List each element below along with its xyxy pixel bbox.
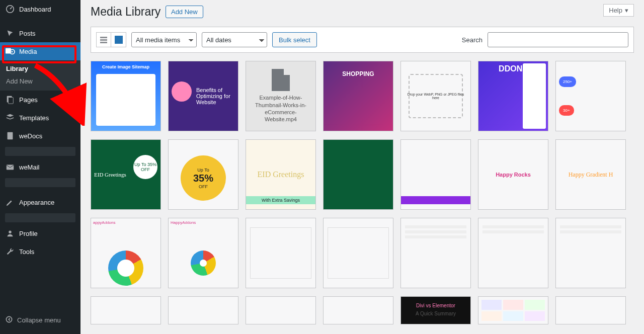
svg-rect-13: [119, 36, 122, 39]
sidebar-item-media[interactable]: Media: [0, 42, 80, 60]
media-item[interactable]: [555, 218, 626, 288]
sidebar-item-label: Profile: [19, 230, 38, 237]
media-icon: [5, 46, 15, 56]
page-title: Media Library: [91, 5, 160, 19]
svg-rect-15: [119, 40, 122, 43]
wrench-icon: [5, 246, 15, 257]
pin-icon: [5, 28, 15, 38]
svg-rect-12: [115, 36, 118, 39]
sidebar-item-tools[interactable]: Tools: [0, 242, 80, 261]
media-item[interactable]: Divi vs ElementorA Quick Summary: [400, 296, 471, 324]
media-toolbar: All media items All dates Bulk select Se…: [91, 27, 634, 53]
bulk-select-button[interactable]: Bulk select: [272, 32, 317, 47]
collapse-label: Collapse menu: [17, 316, 61, 324]
media-item[interactable]: Benefits of Optimizing for Website: [168, 61, 238, 131]
sidebar-item-label: Appearance: [19, 199, 54, 206]
sidebar-item-dashboard[interactable]: Dashboard: [0, 0, 80, 18]
doc-icon: [5, 131, 15, 141]
media-item[interactable]: SHOPPING: [323, 61, 393, 131]
sidebar-item-label: weDocs: [19, 132, 42, 140]
media-item-video[interactable]: Example-of-How-Thumbnail-Works-in-eComme…: [246, 61, 316, 131]
media-item[interactable]: appyAddons: [91, 218, 161, 288]
sidebar-item-redacted: [5, 178, 75, 187]
sidebar-item-posts[interactable]: Posts: [0, 24, 80, 42]
help-button[interactable]: Help ▾: [603, 4, 634, 17]
media-item[interactable]: Up To35%OFF: [168, 139, 238, 210]
view-grid-button[interactable]: [111, 32, 126, 47]
media-grid: Create Image Sitemap Benefits of Optimiz…: [91, 61, 634, 324]
sidebar-item-wedocs[interactable]: weDocs: [0, 127, 80, 145]
sidebar-item-label: Posts: [19, 30, 36, 37]
svg-rect-10: [100, 39, 107, 41]
sidebar-item-pages[interactable]: Pages: [0, 91, 80, 109]
media-item[interactable]: [478, 296, 548, 324]
sidebar-item-label: Tools: [19, 248, 34, 256]
svg-rect-5: [8, 132, 13, 139]
search-input[interactable]: [488, 32, 628, 47]
media-item[interactable]: DDONS: [478, 61, 548, 131]
media-item[interactable]: Drop your WebP, PNG or JPEG files here: [400, 61, 471, 131]
sidebar-item-label: weMail: [19, 163, 39, 171]
svg-rect-4: [8, 98, 13, 104]
media-item[interactable]: [555, 296, 626, 324]
media-item[interactable]: [91, 296, 161, 324]
collapse-icon: [5, 315, 13, 325]
user-icon: [5, 228, 15, 238]
help-label: Help: [609, 7, 622, 14]
media-item[interactable]: Happy Gradient H: [555, 139, 626, 210]
media-item[interactable]: EID GreetingsWith Extra Savings: [246, 139, 316, 210]
brush-icon: [5, 197, 15, 207]
media-item[interactable]: HappyAddons: [168, 218, 238, 288]
svg-point-7: [9, 231, 11, 233]
sidebar-submenu-media: Library Add New: [0, 60, 80, 91]
media-item[interactable]: [400, 139, 471, 210]
media-item[interactable]: [168, 296, 238, 324]
media-item[interactable]: [478, 218, 548, 288]
media-item[interactable]: 30+250+: [555, 61, 626, 131]
sidebar-subitem-library[interactable]: Library: [6, 62, 80, 75]
svg-rect-14: [115, 40, 118, 43]
sidebar-item-label: Templates: [19, 114, 49, 122]
sidebar-item-label: Media: [19, 48, 37, 55]
sidebar-item-wemail[interactable]: weMail: [0, 158, 80, 176]
dashboard-icon: [5, 4, 15, 14]
svg-rect-11: [100, 42, 107, 43]
filter-media-date[interactable]: All dates: [202, 32, 267, 47]
sidebar-item-profile[interactable]: Profile: [0, 224, 80, 242]
sidebar-item-label: Dashboard: [19, 6, 51, 13]
search-label: Search: [462, 36, 482, 44]
file-icon: [272, 69, 290, 91]
sidebar-item-label: Pages: [19, 96, 38, 104]
media-item[interactable]: [323, 296, 393, 324]
media-item[interactable]: Happy Rocks: [478, 139, 548, 210]
media-item[interactable]: [246, 218, 316, 288]
view-switch: [96, 32, 126, 47]
sidebar-item-redacted: [5, 213, 75, 222]
pages-icon: [5, 95, 15, 105]
templates-icon: [5, 113, 15, 123]
video-filename: Example-of-How-Thumbnail-Works-in-eComme…: [249, 94, 312, 123]
media-item[interactable]: Create Image Sitemap: [91, 61, 161, 131]
svg-rect-9: [100, 37, 107, 38]
sidebar-item-templates[interactable]: Templates: [0, 109, 80, 127]
media-item[interactable]: [246, 296, 316, 324]
sidebar-item-appearance[interactable]: Appearance: [0, 193, 80, 211]
sidebar-subitem-add-new[interactable]: Add New: [6, 75, 80, 88]
media-item[interactable]: [323, 139, 393, 210]
sidebar-item-redacted: [5, 147, 75, 156]
collapse-menu-button[interactable]: Collapse menu: [0, 311, 80, 329]
chevron-down-icon: ▾: [625, 7, 628, 14]
mail-icon: [5, 162, 15, 172]
add-new-button[interactable]: Add New: [166, 6, 203, 18]
filter-media-type[interactable]: All media items: [131, 32, 197, 47]
media-item[interactable]: [400, 218, 471, 288]
media-item[interactable]: [323, 218, 393, 288]
media-item[interactable]: EID GreetingsUp To 35% OFF: [91, 139, 161, 210]
view-list-button[interactable]: [96, 32, 111, 47]
